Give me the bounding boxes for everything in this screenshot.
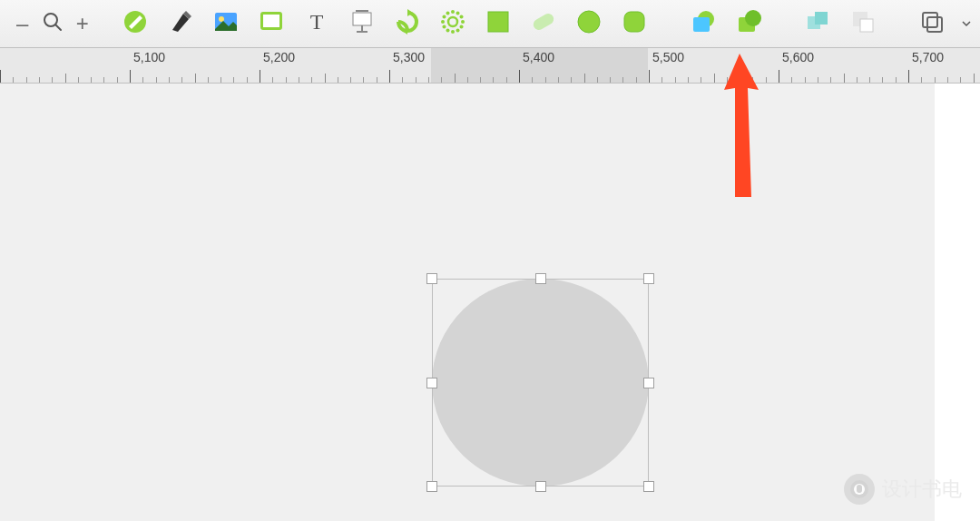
ruler-tick [714, 74, 715, 83]
svg-rect-37 [923, 13, 937, 27]
canvas-area[interactable] [0, 84, 980, 521]
ruler-tick [39, 77, 40, 83]
ruler-tick [935, 77, 936, 83]
ruler-tick [649, 70, 650, 83]
resize-handle[interactable] [426, 481, 437, 492]
pill-tool[interactable] [524, 5, 563, 43]
horizontal-ruler[interactable]: 5,1005,2005,3005,4005,5005,6005,700 [0, 48, 980, 84]
zoom-out-button[interactable]: – [7, 5, 37, 43]
ruler-tick [65, 74, 66, 83]
ruler-tick [857, 77, 858, 83]
rotate-tool[interactable] [388, 5, 426, 43]
ruler-tick [493, 77, 494, 83]
text-tool[interactable]: T [298, 5, 336, 43]
ruler-tick [233, 77, 234, 83]
canvas-white-region [935, 84, 980, 521]
ruler-tick [13, 77, 14, 83]
ruler-label: 5,700 [912, 50, 944, 64]
ruler-tick [350, 77, 351, 83]
selected-shape-group[interactable] [432, 279, 649, 487]
image-tool[interactable] [207, 5, 245, 43]
pen-tool-icon [167, 8, 194, 39]
ruler-tick [545, 77, 546, 83]
ruler-tick [117, 77, 118, 83]
ruler-tick [363, 77, 364, 83]
ruler-tick [921, 77, 922, 83]
ruler-tick [506, 77, 507, 83]
ruler-tick [622, 77, 623, 83]
resize-handle[interactable] [643, 481, 654, 492]
ruler-tick [142, 77, 143, 83]
zoom-in-button[interactable]: + [67, 5, 97, 43]
resize-handle[interactable] [535, 273, 546, 284]
svg-point-22 [451, 10, 455, 14]
ruler-tick [389, 70, 390, 83]
ruler-tick [532, 77, 533, 83]
svg-point-20 [442, 15, 446, 19]
ruler-tick [752, 77, 753, 83]
rounded-rect-tool[interactable] [615, 5, 653, 43]
paint-tool[interactable] [116, 5, 154, 43]
zoom-out-icon: – [16, 11, 28, 36]
ruler-tick [636, 77, 637, 83]
resize-handle[interactable] [535, 481, 546, 492]
zoom-tool-button[interactable] [37, 5, 67, 43]
ruler-tick [169, 77, 170, 83]
svg-rect-34 [815, 12, 828, 25]
presentation-tool[interactable] [343, 5, 381, 43]
subtract-tool[interactable] [844, 5, 882, 43]
resize-handle[interactable] [643, 378, 654, 388]
ruler-tick [52, 77, 53, 83]
subtract-tool-icon [850, 9, 876, 38]
pill-tool-icon [530, 8, 557, 39]
ruler-tick [701, 77, 701, 83]
resize-handle[interactable] [426, 378, 437, 388]
svg-line-1 [55, 25, 61, 30]
image-tool-icon [213, 9, 239, 38]
ruler-tick [441, 77, 442, 83]
chevron-down-icon [962, 15, 971, 32]
ruler-tick [247, 77, 248, 83]
circle-tool[interactable] [570, 5, 608, 43]
ruler-tick [311, 77, 312, 83]
ruler-tick [377, 77, 377, 83]
toolbar-overflow-button[interactable] [960, 5, 973, 43]
svg-point-23 [456, 11, 459, 15]
svg-point-13 [461, 20, 465, 24]
svg-text:T: T [309, 10, 323, 34]
rectangle-tool[interactable] [479, 5, 517, 43]
layers-tool[interactable] [913, 5, 951, 43]
ruler-tick [480, 77, 481, 83]
ruler-tick [428, 77, 429, 83]
ruler-tick [130, 70, 131, 83]
svg-rect-38 [927, 17, 942, 32]
artboard-tool-icon [258, 8, 285, 39]
ruler-tick [779, 70, 779, 83]
shape-front-tool[interactable] [730, 5, 768, 43]
rotate-tool-icon [394, 8, 421, 39]
ruler-tick [558, 77, 559, 83]
zoom-in-icon: + [76, 11, 89, 36]
ruler-tick [571, 77, 572, 83]
union-tool-icon [805, 9, 830, 38]
paint-tool-icon [122, 8, 149, 39]
magnifier-icon [41, 10, 64, 37]
svg-point-17 [446, 29, 449, 33]
effects-tool[interactable] [434, 5, 472, 43]
svg-point-16 [451, 30, 455, 34]
tool-strip: T [116, 5, 958, 43]
shape-behind-tool[interactable] [684, 5, 722, 43]
union-tool[interactable] [799, 5, 837, 43]
ruler-tick [688, 77, 689, 83]
artboard-tool[interactable] [252, 5, 290, 43]
ruler-tick [597, 77, 598, 83]
ruler-tick [908, 70, 909, 83]
layers-tool-icon [919, 9, 945, 38]
ruler-tick [416, 77, 416, 83]
shape-front-tool-icon [735, 8, 762, 39]
ruler-tick [830, 77, 831, 83]
resize-handle[interactable] [643, 273, 654, 284]
ruler-label: 5,500 [652, 50, 684, 64]
resize-handle[interactable] [426, 273, 437, 284]
pen-tool[interactable] [162, 5, 200, 43]
